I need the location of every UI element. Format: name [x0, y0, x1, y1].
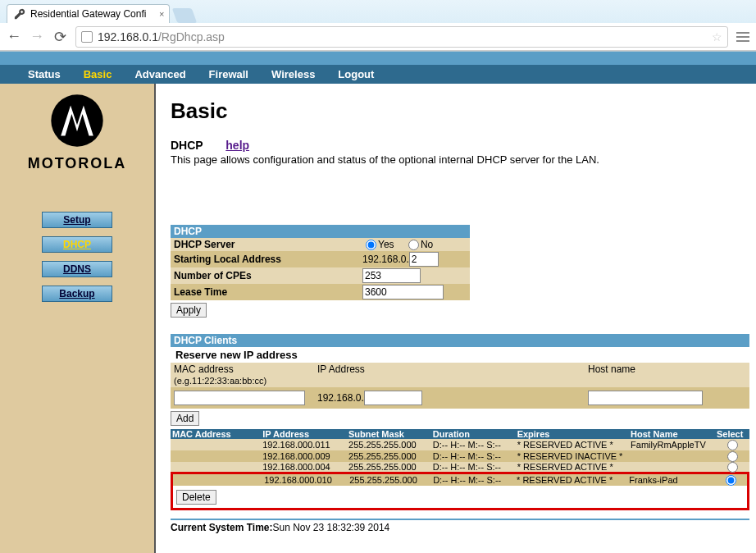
close-icon[interactable]: × — [159, 9, 164, 19]
reserve-ip-prefix: 192.168.0. — [317, 392, 364, 404]
page-band-top — [0, 52, 756, 65]
dhcp-yes-option[interactable]: Yes — [362, 239, 394, 250]
lease-select-radio[interactable] — [727, 451, 738, 462]
browser-tab[interactable]: Residential Gateway Confi × — [7, 4, 170, 23]
dhcp-config-table: DHCP DHCP Server Yes No Starting Local A… — [171, 225, 470, 300]
content: Basic DHCP help This page allows configu… — [156, 84, 756, 553]
dhcp-clients-header: DHCP Clients — [171, 334, 749, 347]
brand-text: MOTOROLA — [0, 155, 154, 172]
col-sel: Select — [715, 429, 749, 439]
lease-cell-mac — [171, 450, 261, 462]
nav-bar: ← → ⟳ 192.168.0.1/RgDhcp.asp ☆ — [0, 23, 756, 51]
tab-title: Residential Gateway Confi — [30, 8, 146, 20]
nav-item-firewall[interactable]: Firewall — [198, 66, 260, 82]
lease-cell-select — [715, 450, 749, 462]
svg-point-0 — [51, 94, 102, 146]
bookmark-icon[interactable]: ☆ — [712, 30, 722, 43]
lease-select-radio[interactable] — [727, 462, 738, 473]
wrench-icon — [14, 8, 25, 20]
system-time: Current System Time:Sun Nov 23 18:32:39 … — [171, 519, 749, 533]
col-mask: Subnet Mask — [347, 429, 431, 439]
nav-item-status[interactable]: Status — [16, 66, 72, 82]
nav-item-logout[interactable]: Logout — [326, 66, 385, 82]
cpe-input[interactable] — [362, 268, 421, 283]
lease-row: 192.168.000.004255.255.255.000D:-- H:-- … — [171, 462, 749, 473]
sidebar-item-ddns[interactable]: DDNS — [42, 261, 112, 277]
add-button[interactable]: Add — [171, 411, 199, 426]
lease-cell-dur: D:-- H:-- M:-- S:-- — [431, 439, 516, 450]
lease-row: 192.168.000.009255.255.255.000D:-- H:-- … — [171, 450, 749, 462]
reserve-table: MAC address(e.g.11:22:33:aa:bb:cc) IP Ad… — [171, 363, 749, 409]
highlighted-row-box: 192.168.000.010255.255.255.000D:-- H:-- … — [171, 472, 749, 510]
dhcp-server-value: Yes No — [359, 238, 470, 251]
lease-cell-host: Franks-iPad — [627, 474, 713, 486]
lease-cell-ip: 192.168.000.004 — [261, 462, 347, 473]
apply-button[interactable]: Apply — [171, 303, 207, 318]
sidebar: MOTOROLA SetupDHCPDDNSBackup — [0, 84, 156, 553]
forward-button[interactable]: → — [30, 28, 44, 45]
col-mac: MAC Address — [171, 429, 261, 439]
nav-item-advanced[interactable]: Advanced — [123, 66, 197, 82]
col-host: Host Name — [629, 429, 715, 439]
nav-item-basic[interactable]: Basic — [72, 66, 124, 82]
delete-button[interactable]: Delete — [176, 490, 216, 505]
url-text: 192.168.0.1/RgDhcp.asp — [98, 30, 225, 43]
lease-input[interactable] — [362, 285, 444, 299]
lease-label: Lease Time — [171, 284, 359, 300]
dhcp-section-header: DHCP — [171, 225, 470, 238]
sidebar-item-dhcp[interactable]: DHCP — [42, 236, 112, 253]
page-subtitle: DHCP — [171, 139, 203, 152]
dhcp-clients-section: DHCP Clients Reserve new IP address MAC … — [171, 334, 749, 510]
browser-chrome: Residential Gateway Confi × ← → ⟳ 192.16… — [0, 0, 756, 52]
lease-cell-mask: 255.255.255.000 — [347, 439, 431, 450]
new-tab-button[interactable] — [172, 8, 198, 23]
start-addr-prefix: 192.168.0. — [362, 254, 409, 265]
reserve-mac-label: MAC address(e.g.11:22:33:aa:bb:cc) — [171, 363, 314, 387]
lease-cell-select — [713, 474, 747, 486]
lease-select-radio[interactable] — [726, 475, 736, 486]
sidebar-item-backup[interactable]: Backup — [42, 286, 112, 302]
top-nav: StatusBasicAdvancedFirewallWirelessLogou… — [0, 65, 756, 84]
page-body: MOTOROLA SetupDHCPDDNSBackup Basic DHCP … — [0, 84, 756, 553]
reserve-host-input[interactable] — [588, 391, 703, 405]
lease-cell-ip: 192.168.000.009 — [261, 450, 347, 462]
lease-cell-dur: D:-- H:-- M:-- S:-- — [431, 474, 515, 486]
dhcp-no-option[interactable]: No — [405, 239, 433, 250]
reserve-ip-input[interactable] — [364, 391, 422, 405]
reserve-title: Reserve new IP address — [171, 347, 749, 363]
lease-cell-host — [629, 450, 715, 462]
sidebar-item-setup[interactable]: Setup — [42, 212, 112, 228]
lease-table: MAC Address IP Address Subnet Mask Durat… — [171, 429, 749, 473]
start-addr-input[interactable] — [409, 252, 439, 267]
lease-cell-ip: 192.168.000.010 — [262, 474, 348, 486]
reserve-host-label: Host name — [585, 363, 749, 387]
col-ip: IP Address — [261, 429, 347, 439]
lease-cell-mask: 255.255.255.000 — [347, 462, 431, 473]
lease-cell-mask: 255.255.255.000 — [347, 450, 431, 462]
back-button[interactable]: ← — [7, 28, 21, 45]
reserve-mac-input[interactable] — [174, 391, 305, 405]
page-description: This page allows configuration and statu… — [171, 153, 749, 166]
menu-icon[interactable] — [736, 32, 749, 42]
nav-item-wireless[interactable]: Wireless — [260, 66, 326, 82]
dhcp-no-radio[interactable] — [408, 240, 419, 250]
lease-cell-select — [715, 439, 749, 450]
dhcp-server-label: DHCP Server — [171, 238, 359, 251]
lease-row: 192.168.000.011255.255.255.000D:-- H:-- … — [171, 439, 749, 450]
lease-cell-dur: D:-- H:-- M:-- S:-- — [431, 450, 516, 462]
lease-cell-mask: 255.255.255.000 — [348, 474, 431, 486]
lease-cell-exp: * RESERVED ACTIVE * — [515, 474, 627, 486]
start-addr-label: Starting Local Address — [171, 251, 359, 267]
lease-cell-mac — [171, 439, 261, 450]
dhcp-yes-radio[interactable] — [366, 240, 376, 250]
lease-cell-exp: * RESERVED INACTIVE * — [516, 450, 629, 462]
lease-cell-host — [629, 462, 715, 473]
lease-cell-select — [715, 462, 749, 473]
reload-button[interactable]: ⟳ — [52, 28, 67, 46]
help-link[interactable]: help — [225, 139, 249, 152]
col-dur: Duration — [431, 429, 516, 439]
url-bar[interactable]: 192.168.0.1/RgDhcp.asp ☆ — [75, 26, 728, 48]
lease-select-radio[interactable] — [727, 440, 738, 450]
tab-bar: Residential Gateway Confi × — [0, 0, 756, 23]
lease-table-highlight: 192.168.000.010255.255.255.000D:-- H:-- … — [173, 474, 747, 486]
